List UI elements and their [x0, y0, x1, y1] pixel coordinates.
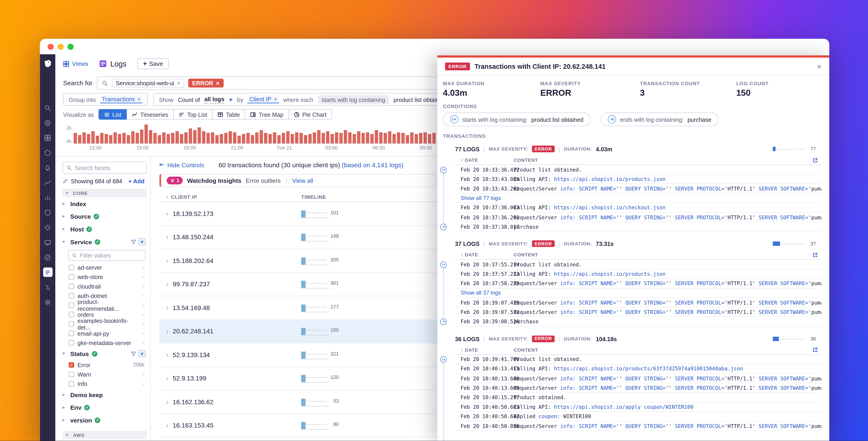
log-url-link[interactable]: https://api.shopist.io/products/63f37d25…	[554, 365, 743, 372]
add-measure-icon[interactable]: +	[229, 95, 233, 103]
transaction-group-header[interactable]: 36 LOGS|MAX SEVERITY:ERROR|DURATION:104.…	[455, 332, 822, 345]
timeline-column-header[interactable]: TIMELINE	[301, 195, 326, 200]
log-url-link[interactable]: https://api.shopist.io/products.json	[554, 176, 665, 182]
sort-ascending-icon[interactable]: ↑	[166, 195, 169, 200]
ci-icon[interactable]	[43, 253, 52, 262]
histogram-bar[interactable]	[73, 133, 77, 143]
histogram-bar[interactable]	[184, 132, 188, 143]
histogram-bar[interactable]	[321, 133, 325, 143]
filter-funnel-icon[interactable]	[131, 351, 136, 356]
checkbox[interactable]	[69, 330, 74, 336]
facet-version[interactable]: ▸version✓	[63, 414, 147, 427]
facet-value-gke-metadata-server[interactable]: gke-metadata-server-	[63, 338, 147, 347]
by-token-client-ip[interactable]: Client IP×	[248, 95, 279, 104]
search-icon[interactable]	[43, 103, 52, 112]
count-target-selector[interactable]: all logs	[205, 95, 224, 103]
histogram-bar[interactable]	[238, 136, 241, 144]
histogram-bar[interactable]	[290, 134, 294, 143]
log-row[interactable]: Feb 20 10:40:50.850Request/Server info: …	[455, 421, 822, 431]
histogram-bar[interactable]	[83, 132, 86, 143]
histogram-bar[interactable]	[295, 132, 299, 143]
row-expand-chevron-icon[interactable]: ›	[159, 233, 173, 241]
checkbox[interactable]	[69, 293, 74, 298]
checkbox[interactable]	[69, 312, 74, 317]
histogram-bar[interactable]	[118, 134, 121, 143]
histogram-bar[interactable]	[189, 128, 192, 144]
histogram-bar[interactable]	[424, 132, 427, 143]
log-row[interactable]: Feb 20 10:40:13.600Request/Server info: …	[455, 374, 822, 383]
log-row[interactable]: Feb 20 10:37:57.233Calling API: https://…	[455, 269, 822, 279]
client-ip-column-header[interactable]: CLIENT IP	[171, 195, 197, 200]
facet-index[interactable]: ▸Index	[63, 197, 147, 210]
condition-end[interactable]: ends with log containing:purchase	[600, 112, 719, 126]
measure-control[interactable]: Show Count of all logs + by Client IP× w…	[154, 93, 470, 106]
watchdog-view-all-link[interactable]: View all	[292, 177, 313, 184]
minimize-window-button[interactable]	[58, 43, 64, 50]
log-row[interactable]: Feb 20 10:39:08.520purchase	[455, 317, 822, 326]
checkbox[interactable]	[69, 264, 74, 270]
transaction-group-header[interactable]: 37 LOGS|MAX SEVERITY:ERROR|DURATION:73.3…	[455, 237, 822, 251]
visualize-tree-map-button[interactable]: Tree Map	[245, 109, 289, 119]
synthetics-icon[interactable]	[43, 223, 52, 232]
dashboards-icon[interactable]	[43, 133, 52, 142]
histogram-bar[interactable]	[388, 131, 392, 144]
checkbox[interactable]: ✓	[69, 362, 74, 368]
sort-ascending-icon[interactable]: ↑	[461, 347, 463, 353]
export-logs-icon[interactable]	[812, 347, 818, 353]
histogram-bar[interactable]	[406, 135, 409, 144]
where-operator-chip[interactable]: starts with log containing	[318, 95, 389, 104]
edit-facets-icon[interactable]	[63, 178, 68, 184]
infrastructure-icon[interactable]	[43, 148, 52, 157]
histogram-bar[interactable]	[211, 132, 214, 143]
date-column-header[interactable]: DATE	[465, 347, 478, 353]
facet-value-ad-server[interactable]: ad-server-	[63, 263, 147, 272]
log-url-link[interactable]: https://api.shopist.io/apply_coupon/WINT…	[554, 404, 693, 410]
histogram-bar[interactable]	[255, 132, 258, 143]
histogram-bar[interactable]	[397, 132, 400, 143]
datadog-logo-icon[interactable]	[43, 59, 53, 69]
histogram-bar[interactable]	[277, 135, 281, 144]
row-expand-chevron-icon[interactable]: ›	[159, 281, 173, 288]
log-row[interactable]: Feb 20 10:33:36.422Product list obtained…	[455, 165, 822, 175]
histogram-bar[interactable]	[251, 135, 254, 144]
logs-icon[interactable]	[43, 268, 52, 277]
show-all-logs-link[interactable]: Show all 77 logs	[455, 194, 822, 203]
visualize-list-button[interactable]: List	[98, 109, 127, 119]
histogram-bar[interactable]	[260, 130, 263, 144]
show-all-logs-link[interactable]: Show all 37 logs	[455, 288, 822, 298]
histogram-bar[interactable]	[282, 133, 285, 143]
log-row[interactable]: Feb 20 10:39:41.706Product list obtained…	[455, 355, 822, 364]
histogram-bar[interactable]	[96, 136, 99, 144]
log-row[interactable]: Feb 20 10:37:36.003Calling API: https://…	[455, 203, 822, 213]
facet-host[interactable]: ▸Host✓	[63, 223, 147, 235]
add-facet-button[interactable]: + Add	[128, 178, 147, 184]
histogram-bar[interactable]	[127, 135, 130, 144]
log-row[interactable]: Feb 20 10:37:58.225Request/Server info: …	[455, 279, 822, 289]
log-url-link[interactable]: https://api.shopist.io/products.json	[554, 271, 665, 277]
log-row[interactable]: Feb 20 10:37:36.201Request/Server info: …	[455, 212, 822, 222]
metrics-icon[interactable]	[43, 178, 52, 187]
histogram-bar[interactable]	[104, 134, 108, 143]
facet-status[interactable]: ▾Status✓×	[63, 347, 147, 360]
histogram-bar[interactable]	[379, 132, 382, 143]
content-column-header[interactable]: CONTENT	[514, 252, 812, 258]
histogram-bar[interactable]	[304, 135, 307, 144]
export-logs-icon[interactable]	[812, 157, 818, 163]
histogram-bar[interactable]	[202, 131, 206, 144]
close-panel-icon[interactable]: ×	[817, 62, 822, 70]
checkbox[interactable]	[69, 381, 74, 386]
watchdog-banner[interactable]: 1 Watchdog Insights Error outliers View …	[159, 174, 436, 187]
content-column-header[interactable]: CONTENT	[514, 157, 812, 163]
facet-value-web-store[interactable]: web-store-	[63, 272, 147, 281]
facet-value-error[interactable]: ✓Error206k	[63, 360, 147, 369]
histogram-bar[interactable]	[375, 130, 378, 144]
histogram-bar[interactable]	[109, 135, 113, 144]
monitors-icon[interactable]	[43, 163, 52, 172]
histogram-bar[interactable]	[273, 132, 276, 143]
visualize-pie-chart-button[interactable]: Pie Chart	[288, 109, 332, 119]
transaction-group-header[interactable]: 77 LOGS|MAX SEVERITY:ERROR|DURATION:4.03…	[455, 142, 822, 156]
facet-env[interactable]: ▸Env✓	[63, 401, 147, 414]
histogram-bar[interactable]	[171, 133, 175, 143]
settings-icon[interactable]	[43, 297, 52, 307]
log-url-link[interactable]: https://api.shopist.io/checkout.json	[554, 205, 665, 211]
